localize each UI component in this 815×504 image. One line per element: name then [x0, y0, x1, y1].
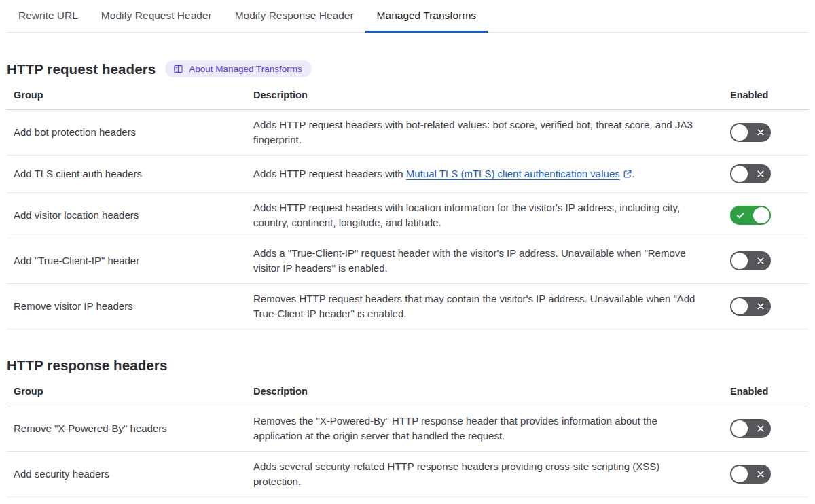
x-icon [757, 425, 765, 433]
description-cell: Adds several security-related HTTP respo… [247, 452, 723, 497]
column-header-group: Group [7, 379, 247, 406]
x-icon [757, 470, 765, 478]
about-managed-transforms-badge[interactable]: About Managed Transforms [165, 60, 312, 77]
toggle-knob [731, 420, 748, 437]
table-row: Add visitor location headersAdds HTTP re… [7, 193, 808, 238]
check-icon [736, 211, 745, 220]
enabled-cell [723, 452, 808, 497]
page-title: HTTP request headers [7, 61, 156, 77]
table-row: Add security headersAdds several securit… [7, 452, 808, 497]
toggle-knob [731, 166, 748, 182]
group-cell: Remove visitor IP headers [7, 284, 247, 329]
response-headers-section-head: HTTP response headers [7, 357, 808, 374]
request-headers-section-head: HTTP request headers About Managed Trans… [7, 60, 808, 77]
description-cell: Adds HTTP request headers with location … [247, 193, 723, 238]
request-headers-table: Group Description Enabled Add bot protec… [7, 83, 808, 329]
toggle-knob [731, 124, 748, 141]
description-cell: Removes the "X-Powered-By" HTTP response… [247, 406, 723, 452]
column-header-enabled: Enabled [723, 379, 808, 406]
column-header-group: Group [7, 83, 247, 110]
toggle-knob [731, 253, 748, 269]
external-link-icon[interactable] [623, 169, 632, 179]
group-cell: Remove "X-Powered-By" headers [7, 406, 247, 452]
description-cell: Adds HTTP request headers with Mutual TL… [247, 156, 723, 193]
tab-bar: Rewrite URLModify Request HeaderModify R… [7, 0, 808, 33]
response-headers-table: Group Description Enabled Remove "X-Powe… [7, 379, 808, 497]
x-icon [757, 128, 765, 137]
enabled-cell [723, 284, 808, 329]
description-cell: Adds a "True-Client-IP" request header w… [247, 238, 723, 284]
toggle-add-bot-protection-headers[interactable] [730, 123, 771, 142]
mtls-docs-link[interactable]: Mutual TLS (mTLS) client authentication … [406, 168, 620, 179]
section-title-response: HTTP response headers [7, 357, 167, 374]
table-row: Remove "X-Powered-By" headersRemoves the… [7, 406, 808, 452]
column-header-enabled: Enabled [723, 83, 808, 110]
toggle-add-true-client-ip-header[interactable] [730, 251, 771, 270]
toggle-knob [753, 207, 769, 223]
toggle-knob [731, 298, 748, 314]
enabled-cell [723, 110, 808, 156]
x-icon [757, 170, 765, 178]
column-header-description: Description [247, 83, 723, 110]
book-icon [173, 64, 183, 74]
tab-rewrite-url[interactable]: Rewrite URL [7, 0, 90, 33]
toggle-knob [731, 466, 748, 482]
table-header-row: Group Description Enabled [7, 379, 808, 406]
table-row: Add "True-Client-IP" headerAdds a "True-… [7, 238, 808, 284]
enabled-cell [723, 406, 808, 452]
enabled-cell [723, 238, 808, 284]
x-icon [757, 302, 765, 310]
tab-modify-response-header[interactable]: Modify Response Header [223, 0, 365, 33]
tab-managed-transforms[interactable]: Managed Transforms [365, 0, 488, 33]
group-cell: Add "True-Client-IP" header [7, 238, 247, 284]
group-cell: Add visitor location headers [7, 193, 247, 238]
group-cell: Add bot protection headers [7, 110, 247, 156]
table-row: Add TLS client auth headersAdds HTTP req… [7, 156, 808, 193]
enabled-cell [723, 193, 808, 238]
table-row: Remove visitor IP headersRemoves HTTP re… [7, 284, 808, 329]
description-cell: Removes HTTP request headers that may co… [247, 284, 723, 329]
badge-label: About Managed Transforms [189, 65, 302, 74]
toggle-add-security-headers[interactable] [730, 465, 771, 484]
tab-modify-request-header[interactable]: Modify Request Header [90, 0, 223, 33]
toggle-add-tls-client-auth-headers[interactable] [730, 164, 771, 183]
table-row: Add bot protection headersAdds HTTP requ… [7, 110, 808, 156]
enabled-cell [723, 156, 808, 193]
toggle-add-visitor-location-headers[interactable] [730, 206, 771, 225]
x-icon [757, 257, 765, 265]
group-cell: Add TLS client auth headers [7, 156, 247, 193]
description-cell: Adds HTTP request headers with bot-relat… [247, 110, 723, 156]
toggle-remove-x-powered-by-headers[interactable] [730, 419, 771, 438]
toggle-remove-visitor-ip-headers[interactable] [730, 297, 771, 316]
table-header-row: Group Description Enabled [7, 83, 808, 110]
column-header-description: Description [247, 379, 723, 406]
group-cell: Add security headers [7, 452, 247, 497]
